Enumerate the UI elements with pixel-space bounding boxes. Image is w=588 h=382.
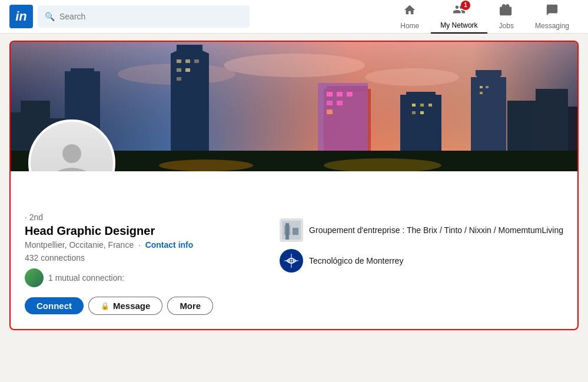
svg-rect-26 bbox=[327, 109, 333, 114]
nav-label-messaging: Messaging bbox=[535, 22, 569, 30]
svg-rect-17 bbox=[177, 77, 181, 81]
svg-rect-44 bbox=[486, 86, 489, 88]
company-item-tec: Tecnológico de Monterrey bbox=[280, 249, 563, 273]
svg-point-2 bbox=[224, 54, 365, 77]
svg-rect-23 bbox=[347, 92, 353, 97]
nav-label-my-network: My Network bbox=[440, 21, 477, 29]
contact-info-link[interactable]: Contact info bbox=[145, 240, 194, 250]
message-button[interactable]: 🔒 Message bbox=[88, 297, 162, 315]
nav-item-home[interactable]: Home bbox=[391, 0, 428, 34]
svg-rect-11 bbox=[177, 45, 202, 55]
action-buttons: Connect 🔒 Message More bbox=[25, 297, 280, 315]
my-network-icon: 1 bbox=[453, 3, 466, 19]
profile-left: · 2nd Head Graphic Designer Montpellier,… bbox=[25, 212, 280, 315]
svg-point-3 bbox=[365, 68, 459, 86]
nav-items: Home 1 My Network Jobs Messaging bbox=[391, 0, 579, 34]
more-button[interactable]: More bbox=[167, 297, 213, 315]
nav-item-jobs[interactable]: Jobs bbox=[490, 0, 523, 34]
network-badge: 1 bbox=[461, 1, 470, 10]
messaging-icon bbox=[546, 4, 559, 19]
svg-rect-42 bbox=[420, 111, 424, 114]
svg-rect-39 bbox=[420, 104, 424, 107]
svg-rect-14 bbox=[194, 59, 199, 63]
svg-rect-13 bbox=[185, 59, 190, 63]
nav-item-my-network[interactable]: 1 My Network bbox=[431, 0, 487, 34]
svg-rect-22 bbox=[337, 92, 343, 97]
company-name-groupement: Groupement d'entreprise : The Brix / Tin… bbox=[309, 225, 563, 235]
svg-rect-38 bbox=[412, 104, 416, 107]
svg-rect-15 bbox=[177, 68, 181, 72]
connections: 432 connections bbox=[25, 253, 280, 263]
lock-icon: 🔒 bbox=[101, 302, 109, 310]
nav-label-jobs: Jobs bbox=[499, 22, 514, 30]
company-item-groupement: Groupement d'entreprise : The Brix / Tin… bbox=[280, 218, 563, 242]
profile-location: Montpellier, Occitanie, France · Contact… bbox=[25, 240, 280, 250]
svg-rect-49 bbox=[285, 223, 289, 240]
svg-rect-45 bbox=[480, 92, 483, 94]
search-icon: 🔍 bbox=[45, 12, 55, 21]
profile-title: Head Graphic Designer bbox=[25, 224, 280, 238]
search-input[interactable] bbox=[59, 12, 242, 21]
navbar: in 🔍 Home 1 My Network Jobs bbox=[0, 0, 588, 34]
svg-rect-21 bbox=[327, 92, 333, 97]
nav-item-messaging[interactable]: Messaging bbox=[526, 0, 579, 34]
home-icon bbox=[403, 4, 416, 19]
svg-rect-48 bbox=[293, 228, 298, 235]
jobs-icon bbox=[500, 4, 513, 19]
logo-text: in bbox=[15, 10, 27, 23]
location-text: Montpellier, Occitanie, France bbox=[25, 240, 134, 250]
svg-rect-40 bbox=[428, 104, 432, 107]
profile-banner: #OPENTOWORK bbox=[11, 42, 577, 171]
svg-point-36 bbox=[159, 160, 253, 171]
svg-rect-31 bbox=[476, 70, 501, 76]
nav-label-home: Home bbox=[400, 22, 419, 30]
search-bar[interactable]: 🔍 bbox=[38, 5, 250, 28]
company-logo-tec bbox=[280, 249, 303, 273]
svg-rect-43 bbox=[480, 86, 483, 88]
svg-rect-16 bbox=[185, 68, 190, 72]
main-content: #OPENTOWORK · 2nd Head Graphic Designer … bbox=[0, 41, 588, 330]
company-name-tec: Tecnológico de Monterrey bbox=[309, 256, 403, 265]
svg-rect-24 bbox=[327, 101, 333, 105]
message-label: Message bbox=[113, 301, 150, 311]
svg-rect-25 bbox=[337, 101, 343, 105]
svg-rect-12 bbox=[177, 59, 181, 63]
connect-button[interactable]: Connect bbox=[25, 297, 84, 314]
profile-right: Groupement d'entreprise : The Brix / Tin… bbox=[280, 218, 563, 273]
svg-rect-9 bbox=[71, 68, 94, 77]
company-logo-groupement bbox=[280, 218, 303, 242]
linkedin-logo[interactable]: in bbox=[9, 5, 33, 28]
profile-card: #OPENTOWORK · 2nd Head Graphic Designer … bbox=[9, 41, 579, 330]
svg-rect-41 bbox=[412, 111, 416, 114]
mutual-text: 1 mutual connection: bbox=[48, 273, 124, 283]
mutual-avatar bbox=[25, 268, 44, 287]
svg-rect-28 bbox=[406, 92, 436, 99]
profile-degree: · 2nd bbox=[25, 212, 280, 222]
mutual-connection: 1 mutual connection: bbox=[25, 268, 280, 287]
profile-info: · 2nd Head Graphic Designer Montpellier,… bbox=[11, 171, 577, 329]
